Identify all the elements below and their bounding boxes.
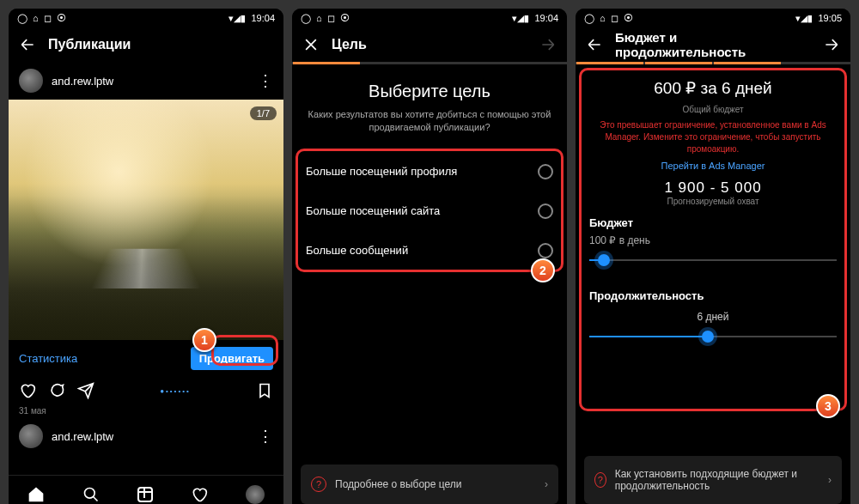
carousel-dots: ●•••••• (107, 387, 244, 395)
post-author-row[interactable]: and.rew.lptw ⋮ (9, 62, 283, 100)
budget-slider[interactable] (589, 252, 837, 269)
image-counter: 1/7 (250, 106, 277, 120)
step-badge-1: 1 (192, 328, 216, 352)
next-icon[interactable] (539, 36, 557, 53)
ads-manager-link[interactable]: Перейти в Ads Manager (591, 161, 835, 171)
post-image[interactable]: 1/7 (9, 100, 283, 340)
screen-goal: ◯ ⌂ ◻ ⦿ ▾ ◢ ▮ 19:04 Цель Выберите цель К… (292, 9, 567, 504)
shop-icon: ⌂ (316, 13, 322, 24)
shazam-icon: ⦿ (624, 13, 633, 24)
step-badge-2: 2 (531, 258, 555, 282)
help-icon: ? (594, 472, 606, 488)
radio-icon (538, 243, 553, 258)
status-bar: ◯ ⌂ ◻ ⦿ ▾ ◢ ▮ 19:04 (9, 9, 283, 27)
battery-icon: ▮ (807, 13, 813, 24)
radio-icon (538, 164, 553, 179)
share-icon[interactable] (77, 382, 94, 399)
opera-icon: ◯ (301, 13, 311, 24)
battery-icon: ▮ (524, 13, 529, 24)
shop-icon: ⌂ (33, 13, 39, 24)
shop-icon: ⌂ (600, 13, 606, 24)
helper-budget[interactable]: ? Как установить подходящие бюджет и про… (584, 456, 842, 504)
username: and.rew.lptw (52, 75, 113, 88)
signal-icon: ◢ (801, 13, 807, 24)
duration-value: 6 дней (576, 311, 850, 323)
square-icon: ◻ (611, 13, 618, 24)
header: Публикации (9, 27, 283, 62)
option-label: Больше посещений сайта (306, 204, 440, 217)
chevron-right-icon: › (828, 474, 832, 486)
next-post-author[interactable]: and.rew.lptw ⋮ (9, 417, 283, 455)
signal-icon: ◢ (517, 13, 524, 24)
close-icon[interactable] (302, 36, 320, 53)
post-date: 31 мая (9, 404, 283, 417)
avatar (19, 69, 43, 93)
goal-sub: Каких результатов вы хотите добиться с п… (308, 108, 551, 135)
goal-option-website[interactable]: Больше посещений сайта (292, 191, 567, 231)
username: and.rew.lptw (52, 430, 113, 443)
budget-label: Бюджет (576, 211, 850, 234)
post-icons: ●•••••• (9, 377, 283, 404)
page-title: Бюджет и продолжительность (615, 30, 799, 59)
search-icon[interactable] (82, 486, 100, 503)
clock: 19:04 (534, 13, 558, 23)
goal-option-messages[interactable]: Больше сообщений (292, 231, 567, 270)
screen-publications: ◯ ⌂ ◻ ⦿ ▾ ◢ ▮ 19:04 Публикации and.rew.l… (9, 9, 283, 504)
budget-summary: 600 ₽ за 6 дней (591, 78, 835, 98)
help-icon: ? (311, 477, 326, 492)
shazam-icon: ⦿ (340, 13, 350, 24)
screen-budget: ◯ ⌂ ◻ ⦿ ▾ ◢ ▮ 19:05 Бюджет и продолжител… (576, 9, 850, 504)
battery-icon: ▮ (241, 13, 246, 24)
goal-heading-block: Выберите цель Каких результатов вы хотит… (292, 64, 567, 152)
option-label: Больше сообщений (306, 244, 408, 257)
svg-point-0 (85, 488, 95, 498)
reach-value: 1 900 - 5 000 (591, 179, 835, 197)
goal-heading: Выберите цель (308, 82, 551, 101)
summary-block: 600 ₽ за 6 дней Общий бюджет Это превыша… (576, 64, 850, 211)
radio-icon (538, 203, 553, 219)
square-icon: ◻ (44, 13, 52, 24)
header: Цель (292, 27, 567, 62)
action-row: Статистика Продвигать (9, 340, 283, 377)
back-icon[interactable] (586, 36, 603, 53)
bookmark-icon[interactable] (256, 382, 273, 399)
goal-option-profile[interactable]: Больше посещений профиля (292, 152, 567, 191)
more-icon[interactable]: ⋮ (258, 427, 273, 446)
activity-icon[interactable] (191, 486, 208, 503)
budget-summary-sub: Общий бюджет (591, 105, 835, 114)
reach-sub: Прогнозируемый охват (591, 197, 835, 206)
comment-icon[interactable] (48, 382, 65, 399)
opera-icon: ◯ (17, 13, 27, 24)
shazam-icon: ⦿ (57, 13, 66, 24)
opera-icon: ◯ (584, 13, 594, 24)
helper-text: Как установить подходящие бюджет и продо… (615, 468, 819, 492)
heart-icon[interactable] (19, 382, 36, 399)
reels-icon[interactable] (137, 487, 153, 502)
more-icon[interactable]: ⋮ (258, 71, 273, 90)
header: Бюджет и продолжительность (576, 27, 850, 62)
clock: 19:04 (251, 13, 275, 23)
home-icon[interactable] (27, 486, 45, 503)
duration-slider[interactable] (589, 328, 837, 345)
chevron-right-icon: › (545, 478, 548, 490)
bottom-nav (9, 475, 283, 504)
step-badge-3: 3 (816, 394, 840, 418)
avatar (19, 424, 43, 448)
duration-label: Продолжительность (576, 284, 850, 307)
option-label: Больше посещений профиля (306, 165, 457, 178)
status-bar: ◯ ⌂ ◻ ⦿ ▾ ◢ ▮ 19:05 (576, 9, 850, 27)
budget-warning: Это превышает ограничение, установленное… (591, 119, 835, 155)
clock: 19:05 (818, 13, 842, 23)
page-title: Цель (332, 37, 367, 52)
helper-goal[interactable]: ? Подробнее о выборе цели › (301, 465, 558, 504)
budget-value: 100 ₽ в день (576, 234, 850, 246)
next-icon[interactable] (823, 36, 840, 53)
signal-icon: ◢ (234, 13, 241, 24)
status-bar: ◯ ⌂ ◻ ⦿ ▾ ◢ ▮ 19:04 (292, 9, 567, 27)
back-icon[interactable] (19, 36, 36, 53)
square-icon: ◻ (327, 13, 335, 24)
page-title: Публикации (48, 37, 131, 52)
profile-avatar[interactable] (246, 485, 265, 504)
helper-text: Подробнее о выборе цели (335, 478, 462, 490)
stats-link[interactable]: Статистика (19, 352, 77, 365)
